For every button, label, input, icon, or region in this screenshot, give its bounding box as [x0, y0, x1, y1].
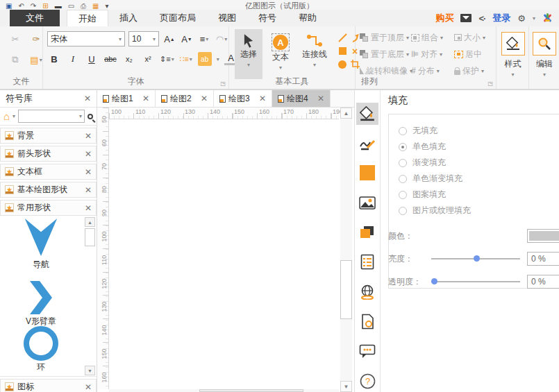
color-swatch[interactable]: [527, 229, 559, 243]
section-close-icon[interactable]: ✕: [85, 149, 92, 159]
comment-icon[interactable]: [356, 340, 378, 362]
group-button[interactable]: 组合▾: [411, 29, 454, 46]
slider-handle[interactable]: [431, 278, 437, 284]
send-to-back-button[interactable]: 置于底层▾: [360, 46, 411, 62]
superscript-button[interactable]: x²: [141, 52, 155, 66]
home-icon[interactable]: ⌂: [3, 110, 10, 122]
scroll-down-icon[interactable]: ▼: [340, 381, 352, 392]
decrease-font-icon[interactable]: A▼: [180, 32, 194, 46]
tab-close-icon[interactable]: ✕: [142, 94, 149, 103]
paste-icon[interactable]: ▤▾: [29, 53, 43, 67]
doc-tab-1[interactable]: 绘图1✕: [97, 90, 156, 107]
share-icon[interactable]: <·: [478, 13, 485, 24]
option-pattern-fill[interactable]: 图案填充: [399, 187, 559, 203]
feedback-icon[interactable]: [460, 14, 472, 22]
text-tool-button[interactable]: A 文本 ▾: [268, 29, 293, 79]
canvas-vertical-scrollbar[interactable]: ▲ ▼: [340, 108, 352, 392]
tab-close-icon[interactable]: ✕: [201, 94, 208, 103]
shape-ring[interactable]: 环: [0, 325, 82, 373]
library-search-input[interactable]: ▾: [18, 110, 85, 123]
copy-icon[interactable]: ⧉: [8, 53, 22, 67]
doc-tab-2[interactable]: 绘图2✕: [156, 90, 214, 107]
shape-navigation[interactable]: 导航: [0, 217, 82, 271]
image-fill-icon[interactable]: [356, 191, 378, 214]
attachment-icon[interactable]: [356, 311, 378, 333]
line-spacing-icon[interactable]: ⇕≡▾: [160, 52, 174, 66]
option-single-gradient-fill[interactable]: 单色渐变填充: [399, 171, 559, 187]
tab-symbols[interactable]: 符号: [247, 10, 287, 26]
size-button[interactable]: 大小▾: [454, 29, 496, 46]
transparency-slider[interactable]: [431, 281, 520, 282]
scroll-up-icon[interactable]: ▲: [340, 108, 352, 119]
option-solid-fill[interactable]: 单色填充: [399, 139, 559, 155]
scrollbar-thumb[interactable]: [199, 389, 303, 392]
quick-color-icon[interactable]: [356, 162, 378, 185]
select-tool-button[interactable]: 选择 ▾: [235, 29, 262, 79]
tab-close-icon[interactable]: ✕: [259, 94, 266, 103]
slider-handle[interactable]: [474, 255, 480, 262]
tab-help[interactable]: 帮助: [287, 10, 328, 26]
tab-view[interactable]: 视图: [207, 10, 247, 26]
font-name-select[interactable]: 宋体▾: [47, 31, 125, 46]
tab-page-layout[interactable]: 页面布局: [149, 10, 207, 26]
ellipse-tool-icon[interactable]: [336, 58, 349, 70]
bold-button[interactable]: B: [47, 52, 61, 66]
section-close-icon[interactable]: ✕: [85, 131, 92, 141]
cut-icon[interactable]: ✂: [8, 32, 22, 46]
note-document-icon[interactable]: [356, 251, 378, 273]
bullet-list-icon[interactable]: ∷≡▾: [179, 52, 193, 66]
radio-icon[interactable]: [399, 127, 407, 135]
library-scrollbar[interactable]: ▲ ▼: [85, 217, 95, 375]
center-button[interactable]: 居中: [454, 46, 496, 62]
option-no-fill[interactable]: 无填充: [399, 123, 559, 139]
brightness-spinner[interactable]: 0 %▲▼: [527, 252, 559, 266]
tab-home[interactable]: 开始: [67, 10, 108, 26]
highlight-icon[interactable]: ab: [198, 52, 212, 66]
arrange-dialog-launcher-icon[interactable]: ◳: [487, 80, 493, 87]
library-close-icon[interactable]: ✕: [84, 94, 91, 103]
settings-gear-icon[interactable]: ⚙: [517, 13, 526, 24]
option-picture-texture-fill[interactable]: 图片或纹理填充: [399, 203, 559, 219]
font-dialog-launcher-icon[interactable]: ◳: [220, 80, 226, 87]
increase-font-icon[interactable]: A▲: [162, 32, 176, 46]
fill-tool-icon[interactable]: [356, 103, 378, 125]
underline-button[interactable]: U: [85, 52, 99, 66]
search-icon[interactable]: [87, 114, 93, 119]
font-size-select[interactable]: 10▾: [128, 31, 159, 46]
connector-tool-button[interactable]: 连接线 ▾: [299, 29, 331, 79]
settings-caret-icon[interactable]: ▾: [533, 15, 535, 22]
section-close-icon[interactable]: ✕: [85, 167, 92, 177]
section-basic-drawing-shapes[interactable]: ★基本绘图形状✕: [0, 182, 97, 198]
text-arc-icon[interactable]: ◠▾: [215, 32, 228, 46]
doc-tab-4-active[interactable]: 绘图4✕: [272, 90, 331, 107]
tab-close-icon[interactable]: ✕: [317, 94, 324, 103]
radio-icon[interactable]: [399, 207, 407, 215]
radio-icon[interactable]: [399, 159, 407, 167]
tab-insert[interactable]: 插入: [108, 10, 149, 26]
strikethrough-button[interactable]: abc: [103, 52, 117, 66]
section-close-icon[interactable]: ✕: [85, 382, 92, 392]
edit-button[interactable]: 编辑 ▾: [529, 26, 559, 85]
section-arrow-shapes[interactable]: ★箭头形状✕: [0, 146, 97, 162]
canvas-horizontal-scrollbar[interactable]: [109, 389, 339, 392]
option-gradient-fill[interactable]: 渐变填充: [399, 155, 559, 171]
buy-button[interactable]: 购买: [435, 12, 453, 24]
subscript-button[interactable]: x₂: [122, 52, 136, 66]
hyperlink-globe-icon[interactable]: [356, 281, 378, 303]
bring-to-front-button[interactable]: 置于顶层▾: [360, 29, 411, 46]
radio-icon[interactable]: [399, 175, 407, 183]
radio-selected-icon[interactable]: [399, 143, 407, 151]
highlight-caret-icon[interactable]: ▾: [217, 56, 219, 62]
login-button[interactable]: 登录: [492, 12, 510, 24]
home-caret-icon[interactable]: ▾: [12, 113, 15, 119]
scroll-up-icon[interactable]: ▲: [85, 217, 95, 227]
line-style-pen-icon[interactable]: [356, 133, 378, 155]
scroll-down-icon[interactable]: ▼: [85, 366, 95, 375]
style-button[interactable]: 样式 ▾: [497, 26, 529, 85]
scrollbar-thumb[interactable]: [85, 228, 95, 246]
section-icons[interactable]: ★图标✕: [0, 379, 97, 392]
section-common-shapes[interactable]: ★常用形状✕: [0, 200, 97, 216]
doc-tab-3[interactable]: 绘图3✕: [214, 90, 272, 107]
italic-button[interactable]: I: [66, 52, 80, 66]
radio-icon[interactable]: [399, 191, 407, 199]
